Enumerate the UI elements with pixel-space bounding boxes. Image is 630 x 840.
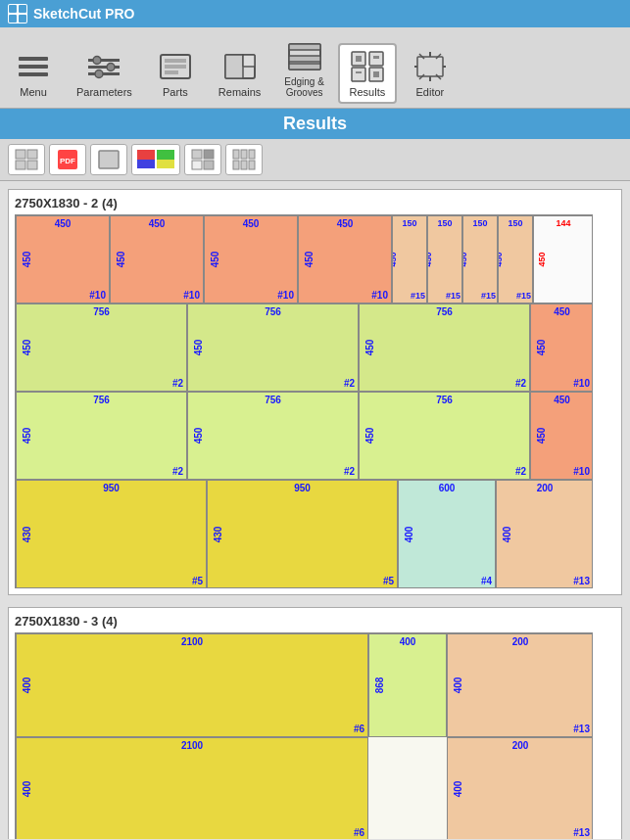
svg-rect-41: [16, 150, 25, 159]
single-view-button[interactable]: [90, 144, 127, 175]
svg-text:PDF: PDF: [60, 157, 75, 165]
svg-rect-32: [417, 57, 443, 76]
piece-p2-r2a: 2100 400 #6: [16, 737, 368, 839]
svg-rect-1: [19, 5, 26, 13]
svg-rect-6: [19, 72, 48, 76]
svg-rect-61: [249, 161, 255, 169]
svg-rect-4: [19, 57, 48, 61]
main-content: 2750X1830 - 2 (4) 450 450 #10 450 450 #1…: [0, 181, 630, 839]
app-header: SketchCut PRO: [0, 0, 630, 27]
piece-r3c: 756 450 #2: [359, 392, 530, 480]
svg-rect-30: [356, 71, 362, 73]
piece-5a: 150 450 #15: [392, 215, 427, 303]
toolbar-results-label: Results: [350, 86, 386, 98]
app-icon: [8, 4, 27, 23]
piece-r2b: 756 450 #2: [187, 303, 359, 392]
piece-4: 450 450 #10: [298, 215, 392, 303]
svg-rect-42: [27, 150, 37, 159]
svg-rect-15: [165, 65, 186, 69]
svg-rect-50: [137, 160, 155, 168]
toolbar-parts[interactable]: Parts: [146, 43, 205, 104]
svg-point-8: [93, 57, 101, 65]
piece-5b: 150 450 #15: [427, 215, 462, 303]
svg-rect-16: [165, 70, 178, 74]
svg-rect-14: [165, 59, 186, 63]
toolbar-edging[interactable]: Edging &Grooves: [274, 33, 334, 104]
svg-rect-31: [373, 71, 379, 77]
piece-5c: 150 450 #15: [462, 215, 498, 303]
piece-1: 450 450 #10: [16, 215, 110, 303]
toolbar-parts-label: Parts: [163, 86, 188, 98]
cut-grid-1: 450 450 #10 450 450 #10 450 450 #10 450 …: [15, 214, 593, 588]
color-palette-button[interactable]: [131, 144, 180, 175]
toolbar-menu[interactable]: Menu: [4, 43, 63, 104]
svg-rect-55: [204, 161, 214, 169]
svg-rect-11: [88, 72, 120, 75]
piece-5d: 150 450 #15: [498, 215, 533, 303]
svg-rect-44: [27, 161, 37, 169]
svg-rect-53: [204, 150, 214, 159]
multi-view-button[interactable]: [225, 144, 263, 175]
piece-r4c: 600 400 #4: [398, 480, 496, 588]
grid-view-button[interactable]: [8, 144, 45, 175]
svg-rect-3: [19, 15, 26, 23]
piece-r2c: 756 450 #2: [359, 303, 530, 392]
svg-rect-2: [9, 15, 17, 23]
piece-r2d: 450 450 #10: [530, 303, 593, 392]
parts-icon: [156, 49, 195, 84]
section-title: Results: [0, 109, 630, 139]
svg-rect-51: [157, 160, 174, 168]
remains-icon: [220, 49, 260, 84]
toolbar-parameters[interactable]: Parameters: [67, 43, 142, 104]
piece-p2-r1c: 200 400 #13: [447, 633, 593, 737]
svg-rect-57: [241, 150, 247, 159]
svg-rect-60: [241, 161, 247, 169]
svg-point-12: [95, 70, 103, 78]
svg-rect-58: [249, 150, 255, 159]
toolbar: Menu Parameters Parts: [0, 27, 630, 109]
toolbar-remains[interactable]: Remains: [209, 43, 270, 104]
svg-rect-5: [19, 65, 48, 69]
svg-rect-28: [356, 56, 362, 62]
toolbar-edging-label: Edging &Grooves: [284, 76, 324, 98]
panel-1: 2750X1830 - 2 (4) 450 450 #10 450 450 #1…: [8, 189, 622, 595]
svg-rect-59: [233, 161, 239, 169]
piece-3: 450 450 #10: [204, 215, 298, 303]
svg-rect-43: [16, 161, 25, 169]
editor-icon: [411, 49, 450, 84]
panel-1-title: 2750X1830 - 2 (4): [15, 196, 615, 210]
svg-point-10: [107, 64, 115, 71]
parameters-icon: [84, 49, 123, 84]
svg-rect-21: [289, 44, 320, 50]
svg-rect-29: [373, 56, 379, 59]
svg-rect-0: [9, 5, 17, 13]
svg-rect-54: [192, 161, 202, 169]
svg-rect-47: [99, 151, 119, 168]
toolbar-menu-label: Menu: [20, 86, 47, 98]
piece-r3a: 756 450 #2: [16, 392, 187, 480]
svg-rect-23: [289, 64, 320, 70]
piece-r4a: 950 430 #5: [16, 480, 207, 588]
piece-r4b: 950 430 #5: [207, 480, 398, 588]
piece-r4d: 200 400 #13: [496, 480, 593, 588]
toolbar-results[interactable]: Results: [338, 43, 397, 104]
pdf-button[interactable]: PDF: [49, 144, 86, 175]
svg-rect-19: [243, 55, 255, 67]
bw-view-button[interactable]: [184, 144, 221, 175]
results-icon: [348, 49, 387, 84]
piece-r3b: 756 450 #2: [187, 392, 359, 480]
toolbar-parameters-label: Parameters: [76, 86, 132, 98]
piece-r2a: 756 450 #2: [16, 303, 187, 392]
piece-5e: 144 450: [533, 215, 593, 303]
svg-rect-26: [352, 68, 365, 81]
sub-toolbar: PDF: [0, 139, 630, 181]
piece-p2-r2c: 200 400 #13: [447, 737, 593, 839]
toolbar-remains-label: Remains: [218, 86, 261, 98]
piece-p2-r1a: 2100 400 #6: [16, 633, 368, 737]
piece-2: 450 450 #10: [110, 215, 204, 303]
svg-rect-52: [192, 150, 202, 159]
toolbar-editor[interactable]: Editor: [401, 43, 460, 104]
panel-2: 2750X1830 - 3 (4) 2100 400 #6 400 868 20…: [8, 607, 622, 839]
edging-icon: [285, 39, 324, 74]
menu-icon: [14, 49, 53, 84]
